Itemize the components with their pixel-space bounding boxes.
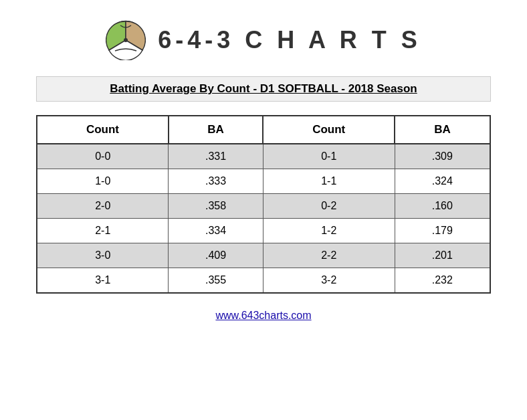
batting-average-table: Count BA Count BA 0-0.3310-1.3091-0.3331… bbox=[36, 115, 491, 294]
svg-point-1 bbox=[124, 38, 128, 42]
col-header-count2: Count bbox=[263, 116, 395, 144]
cell-ba2-1: .324 bbox=[395, 169, 490, 194]
col-header-ba1: BA bbox=[169, 116, 263, 144]
table-header-row: Count BA Count BA bbox=[37, 116, 490, 144]
cell-ba1-5: .355 bbox=[169, 268, 263, 294]
cell-ba2-2: .160 bbox=[395, 194, 490, 219]
cell-ba2-5: .232 bbox=[395, 268, 490, 294]
col-header-count1: Count bbox=[37, 116, 169, 144]
cell-count2-2: 0-2 bbox=[263, 194, 395, 219]
chart-subtitle-box: Batting Average By Count - D1 SOFTBALL -… bbox=[36, 76, 491, 102]
cell-count1-1: 1-0 bbox=[37, 169, 169, 194]
table-row: 3-1.3553-2.232 bbox=[37, 268, 490, 294]
col-header-ba2: BA bbox=[395, 116, 490, 144]
cell-count2-4: 2-2 bbox=[263, 243, 395, 268]
cell-ba1-0: .331 bbox=[169, 144, 263, 169]
cell-count1-3: 2-1 bbox=[37, 219, 169, 243]
cell-ba2-4: .201 bbox=[395, 243, 490, 268]
cell-ba2-3: .179 bbox=[395, 219, 490, 243]
stats-table-container: Count BA Count BA 0-0.3310-1.3091-0.3331… bbox=[36, 115, 491, 294]
page-header: 6-4-3 C H A R T S bbox=[106, 20, 421, 60]
table-row: 1-0.3331-1.324 bbox=[37, 169, 490, 194]
table-row: 3-0.4092-2.201 bbox=[37, 243, 490, 268]
cell-count2-3: 1-2 bbox=[263, 219, 395, 243]
chart-subtitle: Batting Average By Count - D1 SOFTBALL -… bbox=[110, 82, 417, 95]
cell-ba1-3: .334 bbox=[169, 219, 263, 243]
table-row: 2-1.3341-2.179 bbox=[37, 219, 490, 243]
cell-ba1-1: .333 bbox=[169, 169, 263, 194]
website-link[interactable]: www.643charts.com bbox=[215, 310, 311, 321]
cell-count2-1: 1-1 bbox=[263, 169, 395, 194]
cell-ba1-2: .358 bbox=[169, 194, 263, 219]
cell-count1-2: 2-0 bbox=[37, 194, 169, 219]
cell-count1-5: 3-1 bbox=[37, 268, 169, 294]
cell-count1-0: 0-0 bbox=[37, 144, 169, 169]
baseball-logo-icon bbox=[106, 20, 146, 60]
cell-ba1-4: .409 bbox=[169, 243, 263, 268]
table-row: 2-0.3580-2.160 bbox=[37, 194, 490, 219]
cell-count2-0: 0-1 bbox=[263, 144, 395, 169]
footer: www.643charts.com bbox=[215, 310, 311, 322]
cell-ba2-0: .309 bbox=[395, 144, 490, 169]
cell-count2-5: 3-2 bbox=[263, 268, 395, 294]
site-title: 6-4-3 C H A R T S bbox=[158, 26, 421, 54]
table-row: 0-0.3310-1.309 bbox=[37, 144, 490, 169]
cell-count1-4: 3-0 bbox=[37, 243, 169, 268]
